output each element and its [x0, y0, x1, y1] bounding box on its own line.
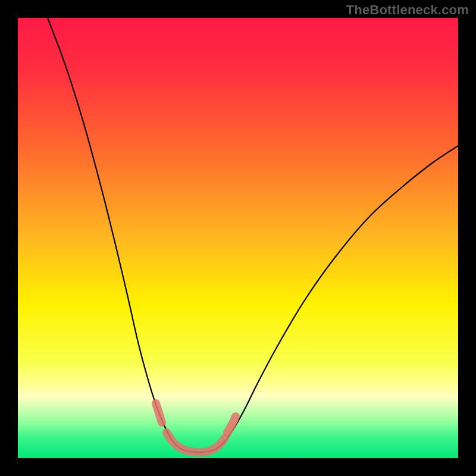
watermark-text: TheBottleneck.com — [346, 2, 469, 18]
chart-svg — [18, 18, 458, 458]
highlight-segment-0 — [156, 403, 162, 422]
gradient-background — [18, 18, 458, 458]
plot-area — [18, 18, 458, 458]
chart-frame: TheBottleneck.com — [0, 0, 476, 476]
